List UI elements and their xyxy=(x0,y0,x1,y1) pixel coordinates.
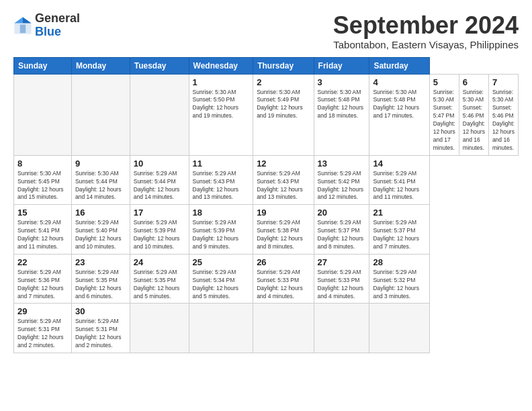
calendar-cell xyxy=(71,74,130,155)
calendar-cell: 25Sunrise: 5:29 AM Sunset: 5:34 PM Dayli… xyxy=(189,254,253,304)
day-info: Sunrise: 5:30 AM Sunset: 5:46 PM Dayligh… xyxy=(492,89,515,152)
calendar-row-0: 1Sunrise: 5:30 AM Sunset: 5:50 PM Daylig… xyxy=(14,74,519,155)
header-saturday: Saturday xyxy=(369,57,429,74)
weekday-header-row: Sunday Monday Tuesday Wednesday Thursday… xyxy=(14,57,519,74)
day-number: 14 xyxy=(373,158,425,169)
calendar-row-3: 22Sunrise: 5:29 AM Sunset: 5:36 PM Dayli… xyxy=(14,254,519,304)
day-info: Sunrise: 5:29 AM Sunset: 5:32 PM Dayligh… xyxy=(373,269,425,301)
day-info: Sunrise: 5:30 AM Sunset: 5:46 PM Dayligh… xyxy=(463,89,485,152)
day-info: Sunrise: 5:29 AM Sunset: 5:41 PM Dayligh… xyxy=(373,170,425,202)
day-number: 11 xyxy=(193,158,250,169)
day-number: 13 xyxy=(318,158,366,169)
day-info: Sunrise: 5:29 AM Sunset: 5:40 PM Dayligh… xyxy=(75,219,126,251)
day-number: 27 xyxy=(318,257,366,267)
header: General Blue September 2024 Tabontabon, … xyxy=(13,12,519,50)
calendar-cell: 9Sunrise: 5:30 AM Sunset: 5:44 PM Daylig… xyxy=(71,155,130,205)
day-number: 5 xyxy=(433,77,455,87)
calendar-cell: 21Sunrise: 5:29 AM Sunset: 5:37 PM Dayli… xyxy=(369,205,429,255)
calendar-row-4: 29Sunrise: 5:29 AM Sunset: 5:31 PM Dayli… xyxy=(14,304,519,353)
calendar-cell: 23Sunrise: 5:29 AM Sunset: 5:35 PM Dayli… xyxy=(71,254,130,304)
title-block: September 2024 Tabontabon, Eastern Visay… xyxy=(333,12,519,50)
day-info: Sunrise: 5:29 AM Sunset: 5:44 PM Dayligh… xyxy=(134,170,185,202)
day-info: Sunrise: 5:29 AM Sunset: 5:31 PM Dayligh… xyxy=(75,318,126,350)
svg-rect-3 xyxy=(20,24,26,33)
svg-marker-1 xyxy=(23,17,32,23)
day-info: Sunrise: 5:30 AM Sunset: 5:45 PM Dayligh… xyxy=(17,170,68,202)
calendar-cell xyxy=(369,304,429,353)
day-info: Sunrise: 5:29 AM Sunset: 5:39 PM Dayligh… xyxy=(134,219,185,251)
header-tuesday: Tuesday xyxy=(130,57,189,74)
day-number: 8 xyxy=(17,158,68,169)
calendar-row-2: 15Sunrise: 5:29 AM Sunset: 5:41 PM Dayli… xyxy=(14,205,519,255)
calendar-cell: 12Sunrise: 5:29 AM Sunset: 5:43 PM Dayli… xyxy=(253,155,314,205)
day-number: 30 xyxy=(75,306,126,316)
header-thursday: Thursday xyxy=(253,57,314,74)
logo: General Blue xyxy=(13,12,80,39)
day-info: Sunrise: 5:29 AM Sunset: 5:37 PM Dayligh… xyxy=(318,219,366,251)
day-number: 12 xyxy=(257,158,310,169)
logo-text: General Blue xyxy=(35,12,80,39)
day-number: 22 xyxy=(17,257,68,267)
day-number: 4 xyxy=(373,77,425,87)
calendar-cell xyxy=(130,74,189,155)
day-number: 24 xyxy=(134,257,185,267)
calendar-cell: 19Sunrise: 5:29 AM Sunset: 5:38 PM Dayli… xyxy=(253,205,314,255)
calendar-cell: 30Sunrise: 5:29 AM Sunset: 5:31 PM Dayli… xyxy=(71,304,130,353)
day-info: Sunrise: 5:29 AM Sunset: 5:43 PM Dayligh… xyxy=(257,170,310,202)
day-info: Sunrise: 5:29 AM Sunset: 5:31 PM Dayligh… xyxy=(17,318,68,350)
day-number: 26 xyxy=(257,257,310,267)
day-info: Sunrise: 5:30 AM Sunset: 5:49 PM Dayligh… xyxy=(257,89,310,121)
day-number: 3 xyxy=(318,77,366,87)
header-wednesday: Wednesday xyxy=(189,57,253,74)
day-number: 7 xyxy=(492,77,515,87)
day-number: 15 xyxy=(17,208,68,218)
day-info: Sunrise: 5:29 AM Sunset: 5:37 PM Dayligh… xyxy=(373,219,425,251)
calendar-cell: 5Sunrise: 5:30 AM Sunset: 5:47 PM Daylig… xyxy=(429,74,459,155)
day-info: Sunrise: 5:29 AM Sunset: 5:36 PM Dayligh… xyxy=(17,269,68,301)
calendar-title: September 2024 xyxy=(333,12,519,39)
day-number: 28 xyxy=(373,257,425,267)
calendar-cell: 22Sunrise: 5:29 AM Sunset: 5:36 PM Dayli… xyxy=(14,254,72,304)
calendar-cell xyxy=(314,304,369,353)
day-info: Sunrise: 5:29 AM Sunset: 5:42 PM Dayligh… xyxy=(318,170,366,202)
calendar-cell: 18Sunrise: 5:29 AM Sunset: 5:39 PM Dayli… xyxy=(189,205,253,255)
day-info: Sunrise: 5:30 AM Sunset: 5:44 PM Dayligh… xyxy=(75,170,126,202)
calendar-cell: 26Sunrise: 5:29 AM Sunset: 5:33 PM Dayli… xyxy=(253,254,314,304)
calendar-cell xyxy=(253,304,314,353)
day-info: Sunrise: 5:30 AM Sunset: 5:48 PM Dayligh… xyxy=(318,89,366,121)
day-info: Sunrise: 5:30 AM Sunset: 5:48 PM Dayligh… xyxy=(373,89,425,121)
day-info: Sunrise: 5:29 AM Sunset: 5:34 PM Dayligh… xyxy=(193,269,250,301)
svg-marker-2 xyxy=(14,17,23,23)
calendar-cell: 11Sunrise: 5:29 AM Sunset: 5:43 PM Dayli… xyxy=(189,155,253,205)
day-info: Sunrise: 5:30 AM Sunset: 5:47 PM Dayligh… xyxy=(433,89,455,152)
day-info: Sunrise: 5:29 AM Sunset: 5:33 PM Dayligh… xyxy=(257,269,310,301)
calendar-cell: 14Sunrise: 5:29 AM Sunset: 5:41 PM Dayli… xyxy=(369,155,429,205)
logo-general: General xyxy=(35,11,80,25)
calendar-cell: 7Sunrise: 5:30 AM Sunset: 5:46 PM Daylig… xyxy=(488,74,518,155)
header-monday: Monday xyxy=(71,57,130,74)
calendar-cell: 29Sunrise: 5:29 AM Sunset: 5:31 PM Dayli… xyxy=(14,304,72,353)
day-info: Sunrise: 5:29 AM Sunset: 5:39 PM Dayligh… xyxy=(193,219,250,251)
calendar-cell: 28Sunrise: 5:29 AM Sunset: 5:32 PM Dayli… xyxy=(369,254,429,304)
day-number: 18 xyxy=(193,208,250,218)
calendar-cell: 15Sunrise: 5:29 AM Sunset: 5:41 PM Dayli… xyxy=(14,205,72,255)
day-info: Sunrise: 5:29 AM Sunset: 5:33 PM Dayligh… xyxy=(318,269,366,301)
calendar-row-1: 8Sunrise: 5:30 AM Sunset: 5:45 PM Daylig… xyxy=(14,155,519,205)
calendar-table: Sunday Monday Tuesday Wednesday Thursday… xyxy=(13,57,519,353)
header-sunday: Sunday xyxy=(14,57,72,74)
logo-blue: Blue xyxy=(35,25,61,38)
day-number: 16 xyxy=(75,208,126,218)
day-number: 6 xyxy=(463,77,485,87)
calendar-cell: 20Sunrise: 5:29 AM Sunset: 5:37 PM Dayli… xyxy=(314,205,369,255)
calendar-cell: 2Sunrise: 5:30 AM Sunset: 5:49 PM Daylig… xyxy=(253,74,314,155)
calendar-cell: 6Sunrise: 5:30 AM Sunset: 5:46 PM Daylig… xyxy=(459,74,488,155)
logo-icon xyxy=(13,16,32,35)
calendar-cell: 17Sunrise: 5:29 AM Sunset: 5:39 PM Dayli… xyxy=(130,205,189,255)
calendar-cell xyxy=(189,304,253,353)
day-number: 1 xyxy=(193,77,250,87)
calendar-cell: 24Sunrise: 5:29 AM Sunset: 5:35 PM Dayli… xyxy=(130,254,189,304)
day-info: Sunrise: 5:29 AM Sunset: 5:41 PM Dayligh… xyxy=(17,219,68,251)
day-number: 17 xyxy=(134,208,185,218)
day-number: 9 xyxy=(75,158,126,169)
day-number: 19 xyxy=(257,208,310,218)
